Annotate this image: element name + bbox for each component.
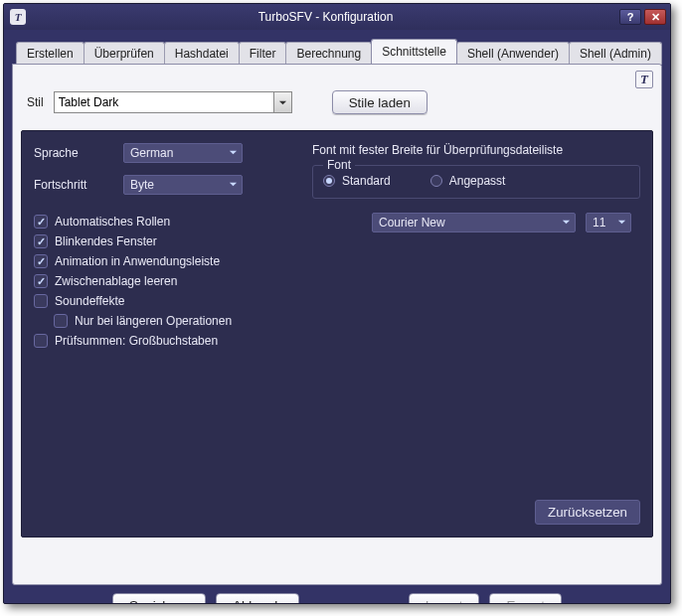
bottom-button-row: Speichern Abbruch Import Export — [12, 585, 662, 604]
chevron-down-icon — [229, 146, 238, 160]
font-size-combo[interactable]: 11 — [586, 213, 631, 232]
font-name-value: Courier New — [379, 216, 445, 230]
font-fieldset: Font Standard Angepasst — [312, 165, 640, 199]
check-only-long-ops[interactable]: Nur bei längeren Operationen — [54, 314, 302, 328]
radio-label: Angepasst — [449, 174, 506, 188]
checkbox-icon — [34, 294, 48, 308]
check-uppercase[interactable]: Prüfsummen: Großbuchstaben — [34, 334, 302, 348]
chevron-down-icon — [229, 178, 238, 192]
style-label: Stil — [27, 95, 44, 109]
radio-label: Standard — [342, 174, 391, 188]
check-label: Blinkendes Fenster — [55, 234, 157, 248]
radio-standard[interactable]: Standard — [323, 174, 391, 188]
tab-shell-anwender[interactable]: Shell (Anwender) — [456, 42, 570, 65]
radio-custom[interactable]: Angepasst — [430, 174, 506, 188]
font-section-title: Font mit fester Breite für Überprüfungsd… — [312, 143, 640, 157]
tabstrip: Erstellen Überprüfen Hashdatei Filter Be… — [12, 38, 662, 64]
import-button[interactable]: Import — [409, 593, 480, 604]
reset-button[interactable]: Zurücksetzen — [535, 500, 640, 525]
checkbox-icon — [34, 274, 48, 288]
settings-panel: Sprache German Fortschritt Byte — [21, 130, 653, 538]
progress-combo[interactable]: Byte — [123, 175, 243, 195]
check-auto-scroll[interactable]: Automatisches Rollen — [34, 215, 302, 229]
tab-panel: T Stil Tablet Dark Stile laden Sprache — [12, 64, 662, 585]
language-label: Sprache — [34, 146, 123, 160]
check-taskbar-anim[interactable]: Animation in Anwendungsleiste — [34, 254, 302, 268]
tab-berechnung[interactable]: Berechnung — [285, 42, 372, 65]
check-label: Automatisches Rollen — [55, 215, 170, 229]
check-clear-clipboard[interactable]: Zwischenablage leeren — [34, 274, 302, 288]
chevron-down-icon — [273, 92, 291, 112]
save-button[interactable]: Speichern — [112, 593, 206, 604]
tab-erstellen[interactable]: Erstellen — [16, 42, 85, 65]
progress-combo-value: Byte — [130, 178, 154, 192]
tab-hashdatei[interactable]: Hashdatei — [164, 42, 240, 65]
check-label: Soundeffekte — [55, 294, 125, 308]
check-label: Animation in Anwendungsleiste — [55, 254, 220, 268]
language-combo-value: German — [130, 146, 173, 160]
font-name-combo[interactable]: Courier New — [372, 213, 576, 232]
radio-icon — [430, 175, 442, 187]
checkbox-icon — [54, 314, 68, 328]
checkbox-icon — [34, 334, 48, 348]
checkbox-icon — [34, 254, 48, 268]
load-styles-button[interactable]: Stile laden — [332, 90, 427, 114]
style-preview-icon[interactable]: T — [635, 71, 653, 88]
language-combo[interactable]: German — [123, 143, 243, 163]
font-size-value: 11 — [593, 216, 605, 230]
checkbox-icon — [34, 234, 48, 248]
check-label: Prüfsummen: Großbuchstaben — [55, 334, 218, 348]
close-button[interactable]: ✕ — [644, 9, 666, 25]
cancel-button[interactable]: Abbruch — [216, 593, 299, 604]
check-label: Nur bei längeren Operationen — [75, 314, 232, 328]
checkbox-icon — [34, 215, 48, 229]
config-window: T TurboSFV - Konfiguration ? ✕ Erstellen… — [3, 3, 671, 604]
tab-shell-admin[interactable]: Shell (Admin) — [569, 42, 662, 65]
help-button[interactable]: ? — [619, 9, 641, 25]
chevron-down-icon — [617, 216, 626, 230]
window-title: TurboSFV - Konfiguration — [32, 10, 619, 24]
tab-filter[interactable]: Filter — [239, 42, 287, 65]
progress-label: Fortschritt — [34, 178, 123, 192]
tab-schnittstelle[interactable]: Schnittstelle — [371, 39, 457, 64]
app-icon: T — [10, 9, 26, 25]
check-blink-window[interactable]: Blinkendes Fenster — [34, 234, 302, 248]
check-label: Zwischenablage leeren — [55, 274, 177, 288]
export-button[interactable]: Export — [489, 593, 562, 604]
tab-ueberpruefen[interactable]: Überprüfen — [84, 42, 165, 65]
chevron-down-icon — [562, 216, 571, 230]
style-combo-value: Tablet Dark — [59, 95, 119, 109]
titlebar: T TurboSFV - Konfiguration ? ✕ — [4, 4, 670, 30]
radio-icon — [323, 175, 335, 187]
check-sound-effects[interactable]: Soundeffekte — [34, 294, 302, 308]
checkbox-list: Automatisches Rollen Blinkendes Fenster … — [34, 215, 302, 348]
style-combo[interactable]: Tablet Dark — [54, 91, 292, 113]
font-fieldset-legend: Font — [323, 158, 355, 172]
